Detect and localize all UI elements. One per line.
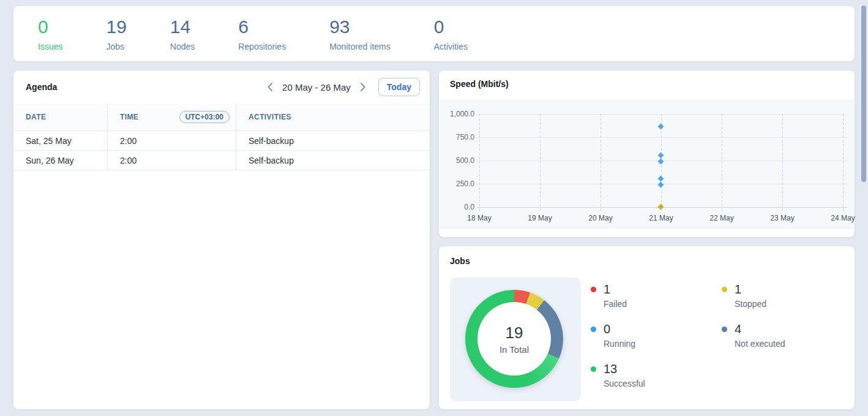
agenda-row-date: Sun, 26 May [13,151,108,170]
y-tick-label: 0.0 [464,203,474,211]
agenda-title: Agenda [26,82,57,92]
stat-jobs[interactable]: 19 Jobs [106,17,126,51]
stat-label: Issues [38,42,62,51]
legend-value: 1 [604,282,627,297]
stat-value: 19 [106,17,126,37]
jobs-title: Jobs [450,256,470,266]
speed-chart-title: Speed (Mbit/s) [450,79,509,89]
speed-data-point [658,158,664,164]
legend-label: Successful [604,379,645,388]
speed-y-axis: 1,000.0750.0500.0250.00.0 [439,114,474,207]
stat-activities[interactable]: 0 Activities [434,17,468,51]
failed-dot-icon [591,287,596,292]
stat-issues[interactable]: 0 Issues [38,17,62,51]
legend-label: Failed [604,299,627,309]
speed-data-point [658,152,664,158]
column-header-time-label: TIME [120,113,138,121]
jobs-legend-column-1: 1 Failed 0 Running 13 Successful [591,282,645,402]
agenda-row-date: Sat, 25 May [13,131,108,150]
prev-week-button[interactable] [265,81,274,93]
agenda-table: DATE TIME UTC+03:00 ACTIVITIES Sat, 25 M… [13,104,430,170]
column-header-date: DATE [13,104,108,130]
stat-nodes[interactable]: 14 Nodes [170,17,195,51]
legend-item-stopped[interactable]: 1 Stopped [722,282,785,309]
gridline-vertical [600,114,601,211]
jobs-total-label: In Total [499,344,529,355]
gridline-vertical [843,114,844,211]
x-tick-label: 22 May [709,214,733,222]
stat-value: 93 [329,17,391,37]
column-header-activities: ACTIVITIES [236,104,430,130]
x-tick-label: 20 May [588,214,612,222]
gridline-horizontal [477,114,847,115]
agenda-row-activity: Self-backup [236,131,430,150]
legend-label: Stopped [735,299,766,309]
y-tick-label: 250.0 [456,180,474,188]
next-week-button[interactable] [359,81,368,93]
gridline-vertical [479,114,480,211]
running-dot-icon [591,327,596,332]
legend-item-failed[interactable]: 1 Failed [591,282,645,309]
stat-value: 0 [434,17,468,37]
agenda-row: Sun, 26 May 2:00 Self-backup [13,151,430,170]
agenda-week-controls: 20 May - 26 May Today [265,78,420,96]
not-executed-dot-icon [722,327,727,332]
gridline-vertical [722,114,722,211]
speed-data-point [658,124,664,130]
stat-value: 0 [38,17,62,37]
stat-monitored-items[interactable]: 93 Monitored items [329,17,391,51]
successful-dot-icon [591,366,596,372]
agenda-row: Sat, 25 May 2:00 Self-backup [13,131,430,151]
x-tick-label: 18 May [467,214,491,222]
jobs-total-value: 19 [506,323,523,342]
stat-label: Monitored items [329,42,391,51]
date-range-label: 20 May - 26 May [280,82,353,93]
x-tick-label: 19 May [528,214,552,222]
chevron-right-icon [360,82,367,92]
gridline-horizontal [477,137,847,138]
speed-data-point [658,181,664,187]
agenda-row-time: 2:00 [108,131,236,150]
y-tick-label: 500.0 [456,156,474,165]
agenda-header: Agenda 20 May - 26 May Today [13,70,430,104]
stat-value: 6 [238,17,286,37]
agenda-row-time: 2:00 [108,151,236,170]
legend-value: 0 [604,322,635,336]
jobs-donut-center: 19 In Total [477,302,551,376]
column-header-time: TIME UTC+03:00 [108,104,236,130]
legend-item-not-executed[interactable]: 4 Not executed [722,322,785,349]
legend-value: 13 [604,362,645,376]
speed-panel: Speed (Mbit/s) 1,000.0750.0500.0250.00.0… [439,70,855,237]
summary-stats-card: 0 Issues 19 Jobs 14 Nodes 6 Repositories… [13,6,855,61]
agenda-row-activity: Self-backup [236,151,430,170]
speed-plot [479,114,843,207]
stats-row: 0 Issues 19 Jobs 14 Nodes 6 Repositories… [13,6,855,51]
y-tick-label: 750.0 [456,133,474,142]
stat-repositories[interactable]: 6 Repositories [238,17,286,51]
stat-value: 14 [170,17,195,37]
x-tick-label: 23 May [770,214,794,222]
x-tick-label: 24 May [831,214,855,222]
legend-value: 1 [735,282,766,297]
today-button[interactable]: Today [378,78,420,96]
jobs-legend-column-2: 1 Stopped 4 Not executed [722,282,785,362]
legend-item-successful[interactable]: 13 Successful [591,362,645,388]
scrollbar-thumb[interactable] [861,6,866,182]
stat-label: Nodes [170,42,195,51]
legend-item-running[interactable]: 0 Running [591,322,645,349]
chevron-left-icon [266,82,273,92]
timezone-badge[interactable]: UTC+03:00 [179,111,230,123]
stat-label: Activities [434,42,468,51]
legend-value: 4 [735,322,785,336]
stat-label: Jobs [106,42,126,51]
legend-label: Not executed [735,339,785,349]
jobs-donut-chart: 19 In Total [465,290,563,388]
gridline-vertical [540,114,541,211]
x-tick-label: 21 May [649,214,673,222]
legend-label: Running [604,339,635,349]
stopped-dot-icon [722,287,727,292]
y-tick-label: 1,000.0 [450,110,474,118]
stat-label: Repositories [238,42,286,51]
agenda-panel: Agenda 20 May - 26 May Today DATE TIME U… [13,70,430,409]
speed-data-point [658,175,664,181]
